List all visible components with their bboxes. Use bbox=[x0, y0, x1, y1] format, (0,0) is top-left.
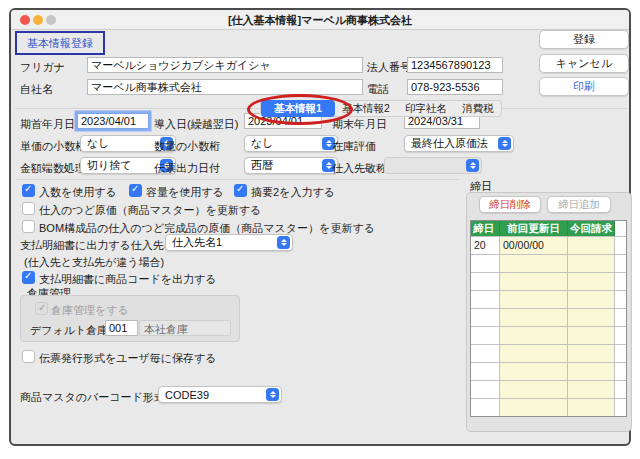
window-title: [仕入基本情報]マーベル商事株式会社 bbox=[11, 13, 629, 28]
barcode-format-value: CODE39 bbox=[165, 389, 266, 401]
update-cost-label: 仕入のつど原価（商品マスター）を更新する bbox=[39, 203, 261, 218]
popup-stepper-icon bbox=[498, 137, 511, 150]
default-warehouse-name-field: 本社倉庫 bbox=[139, 320, 231, 336]
closing-table-row-empty[interactable] bbox=[471, 254, 626, 272]
corporate-number-input[interactable] bbox=[407, 57, 503, 73]
update-bom-cost-checkbox[interactable] bbox=[22, 220, 35, 233]
closing-table-row-empty[interactable] bbox=[471, 362, 626, 380]
payment-supplier-name-select[interactable]: 仕入先名1 bbox=[165, 234, 293, 251]
manage-warehouse-label: 倉庫管理をする bbox=[51, 303, 129, 318]
barcode-format-label: 商品マスタのバーコード形式 bbox=[20, 390, 165, 405]
rounding-value: 切り捨て bbox=[87, 158, 160, 173]
use-capacity-label: 容量を使用する bbox=[146, 185, 224, 200]
stock-eval-value: 最終仕入原価法 bbox=[411, 136, 498, 151]
title-bar: [仕入基本情報]マーベル商事株式会社 bbox=[11, 10, 629, 30]
section-badge: 基本情報登録 bbox=[27, 36, 93, 51]
col-last-updated: 前回更新日 bbox=[500, 221, 568, 236]
closing-table-header: 締日 前回更新日 今回請求 bbox=[471, 221, 626, 236]
corporate-number-label: 法人番号 bbox=[367, 60, 411, 75]
closing-table-row-empty[interactable] bbox=[471, 344, 626, 362]
slip-date-value: 西暦 bbox=[251, 158, 322, 173]
default-warehouse-code-input[interactable] bbox=[105, 320, 138, 336]
closing-table-row-empty[interactable] bbox=[471, 398, 626, 416]
tab-bar: 基本情報1 基本情報2 印字社名 消費税 bbox=[260, 100, 502, 117]
enter-summary2-label: 摘要2を入力する bbox=[251, 185, 335, 200]
company-name-label: 自社名 bbox=[20, 82, 53, 97]
use-capacity-checkbox[interactable] bbox=[129, 184, 142, 197]
popup-stepper-icon bbox=[277, 236, 290, 249]
tab-basic-info-2[interactable]: 基本情報2 bbox=[335, 100, 397, 117]
unit-decimal-value: なし bbox=[87, 136, 160, 151]
qty-decimal-label: 数量の小数桁 bbox=[154, 139, 220, 154]
qty-decimal-value: なし bbox=[251, 136, 322, 151]
supplier-honorific-label: 仕入先敬称 bbox=[332, 161, 387, 176]
closing-table-row-empty[interactable] bbox=[471, 308, 626, 326]
closing-day-delete-button[interactable]: 締日削除 bbox=[479, 196, 541, 213]
popup-stepper-icon bbox=[466, 159, 479, 172]
manage-warehouse-checkbox bbox=[35, 302, 48, 315]
period-start-label: 期首年月日 bbox=[20, 117, 75, 132]
col-current-billing: 今回請求 bbox=[568, 221, 615, 236]
app-window: [仕入基本情報]マーベル商事株式会社 基本情報登録 登録 キャンセル 印刷 フリ… bbox=[9, 8, 631, 446]
col-closing-day: 締日 bbox=[471, 221, 500, 236]
tab-basic-info-1[interactable]: 基本情報1 bbox=[261, 100, 335, 117]
payment-supplier-name-label: 支払明細書に出力する仕入先名 bbox=[20, 238, 175, 253]
default-warehouse-label: デフォルト倉庫 bbox=[30, 323, 108, 338]
popup-stepper-icon bbox=[266, 388, 279, 401]
enter-summary2-checkbox[interactable] bbox=[234, 184, 247, 197]
update-cost-checkbox[interactable] bbox=[22, 202, 35, 215]
save-form-per-user-label: 伝票発行形式をユーザ毎に保存する bbox=[39, 351, 217, 366]
rounding-label: 金額端数処理 bbox=[20, 161, 86, 176]
company-name-input[interactable] bbox=[87, 79, 363, 95]
section-divider bbox=[16, 179, 459, 180]
period-end-label: 期末年月日 bbox=[332, 117, 387, 132]
current-billing-cell[interactable] bbox=[568, 237, 615, 254]
use-pack-qty-label: 入数を使用する bbox=[39, 185, 117, 200]
phone-input[interactable] bbox=[407, 79, 503, 95]
closing-table-row-empty[interactable] bbox=[471, 272, 626, 290]
payment-supplier-note: (仕入先と支払先が違う場合) bbox=[24, 255, 164, 270]
closing-table-row-empty[interactable] bbox=[471, 380, 626, 398]
cancel-button[interactable]: キャンセル bbox=[539, 54, 629, 73]
closing-table-row-empty[interactable] bbox=[471, 326, 626, 344]
save-form-per-user-checkbox[interactable] bbox=[22, 350, 35, 363]
slip-date-select[interactable]: 西暦 bbox=[244, 157, 338, 174]
print-button[interactable]: 印刷 bbox=[539, 77, 629, 96]
slip-date-label: 伝票出力日付 bbox=[154, 161, 220, 176]
closing-table-row-empty[interactable] bbox=[471, 290, 626, 308]
unit-decimal-label: 単価の小数桁 bbox=[20, 139, 86, 154]
tab-print-name[interactable]: 印字社名 bbox=[397, 100, 455, 117]
stock-eval-label: 在庫評価 bbox=[332, 139, 376, 154]
output-product-code-label: 支払明細書に商品コードを出力する bbox=[39, 272, 217, 287]
header-filler bbox=[615, 221, 626, 236]
tab-consumption-tax[interactable]: 消費税 bbox=[455, 100, 501, 117]
furigana-label: フリガナ bbox=[20, 60, 65, 75]
stock-eval-select[interactable]: 最終仕入原価法 bbox=[404, 135, 514, 152]
closing-day-table: 締日 前回更新日 今回請求 20 00/00/00 bbox=[470, 220, 627, 417]
last-updated-cell[interactable]: 00/00/00 bbox=[500, 237, 568, 254]
register-button[interactable]: 登録 bbox=[539, 30, 629, 49]
furigana-input[interactable] bbox=[87, 57, 363, 73]
payment-supplier-name-value: 仕入先名1 bbox=[172, 235, 277, 250]
period-start-input[interactable] bbox=[77, 113, 149, 129]
annotation-blue-rectangle: 基本情報登録 bbox=[15, 31, 105, 55]
closing-table-row[interactable]: 20 00/00/00 bbox=[471, 236, 626, 254]
barcode-format-select[interactable]: CODE39 bbox=[158, 386, 282, 403]
intro-date-label: 導入日(繰越翌日) bbox=[154, 117, 238, 132]
use-pack-qty-checkbox[interactable] bbox=[22, 184, 35, 197]
screenshot-stage: [仕入基本情報]マーベル商事株式会社 基本情報登録 登録 キャンセル 印刷 フリ… bbox=[0, 0, 640, 459]
output-product-code-checkbox[interactable] bbox=[22, 271, 35, 284]
qty-decimal-select[interactable]: なし bbox=[244, 135, 338, 152]
phone-label: 電話 bbox=[367, 82, 389, 97]
closing-day-add-button[interactable]: 締日追加 bbox=[547, 196, 611, 213]
closing-day-cell[interactable]: 20 bbox=[471, 237, 500, 254]
supplier-honorific-select[interactable] bbox=[384, 157, 482, 174]
